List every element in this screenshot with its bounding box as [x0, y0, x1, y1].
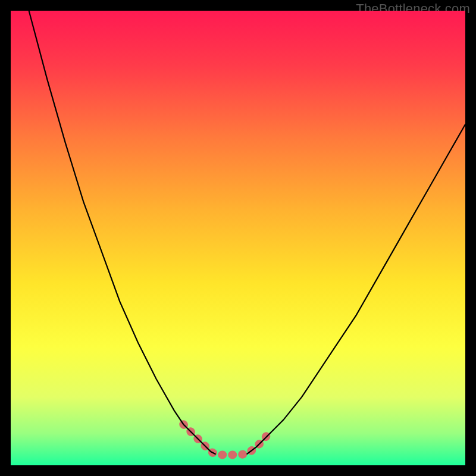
- bottleneck-chart: [11, 11, 465, 465]
- outer-frame: TheBottleneck.com: [0, 0, 476, 476]
- gradient-background: [11, 11, 465, 465]
- plot-area: [11, 11, 465, 465]
